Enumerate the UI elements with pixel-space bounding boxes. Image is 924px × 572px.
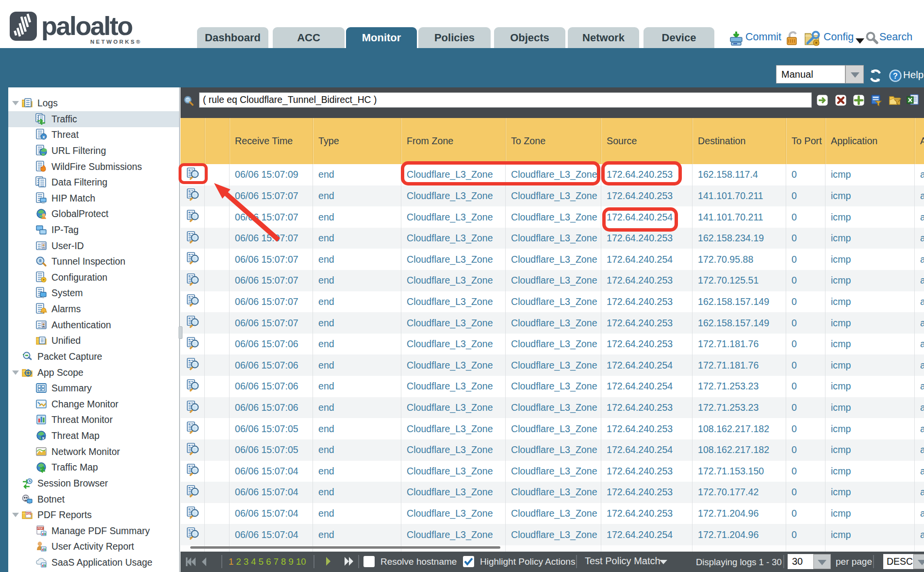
svg-text:PDF: PDF [37, 527, 43, 530]
svg-text:x: x [42, 135, 45, 139]
svg-text:PDF: PDF [26, 512, 32, 515]
svg-text:x: x [42, 436, 45, 440]
svg-text:?: ? [893, 72, 898, 80]
